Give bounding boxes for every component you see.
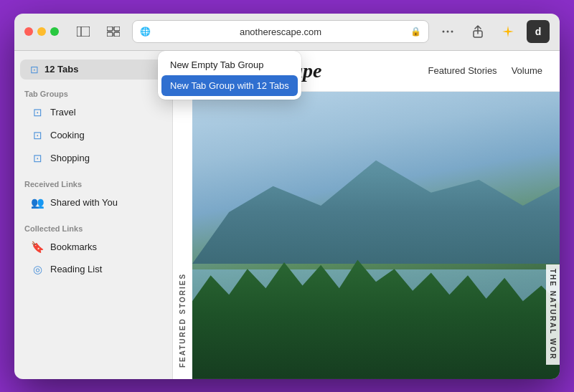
bookmark-icon: 🔖: [30, 241, 44, 254]
svg-rect-3: [114, 27, 120, 31]
sidebar-item-shopping[interactable]: ⊡ Shopping: [20, 148, 166, 169]
svg-point-7: [447, 31, 449, 33]
browser-window: 🌐 anotherescape.com 🔒 d: [14, 14, 560, 379]
side-label-right: THE NATURAL WOR: [546, 264, 560, 364]
sidebar-item-cooking-label: Cooking: [50, 130, 85, 140]
nav-volume[interactable]: Volume: [512, 65, 542, 76]
svg-point-8: [451, 31, 453, 33]
main-content: Another Escape Featured Stories Volume F…: [172, 51, 560, 379]
collected-links-section: Collected Links 🔖 Bookmarks ◎ Reading Li…: [14, 217, 172, 281]
share-button[interactable]: [466, 20, 489, 43]
globe-icon: 🌐: [140, 27, 151, 37]
sidebar-icon: [77, 27, 90, 37]
toolbar: 🌐 anotherescape.com 🔒 d: [14, 14, 560, 51]
url-text: anotherescape.com: [155, 27, 406, 37]
window-body: ⊡ 12 Tabs Tab Groups ⊡ Travel ⊡ Cooking …: [14, 51, 560, 379]
current-tabs-label: 12 Tabs: [44, 64, 78, 75]
shared-with-you-label: Shared with You: [50, 197, 118, 208]
content-area: FEATURED STORIES THE NATURAL WOR: [172, 92, 560, 379]
sidebar-item-travel-label: Travel: [50, 107, 76, 118]
traffic-lights: [24, 27, 59, 36]
featured-stories-label: FEATURED STORIES: [172, 92, 192, 379]
hero-mountain: [192, 135, 560, 264]
current-tabs-item[interactable]: ⊡ 12 Tabs: [20, 59, 166, 80]
sidebar-item-travel[interactable]: ⊡ Travel: [20, 102, 166, 123]
new-tab-group-with-tabs-item[interactable]: New Tab Group with 12 Tabs: [161, 75, 298, 96]
hero-forest: [192, 249, 560, 378]
svg-rect-5: [114, 32, 120, 37]
svg-rect-4: [107, 32, 113, 37]
close-button[interactable]: [24, 27, 33, 36]
more-icon: [442, 30, 453, 33]
hero-image: THE NATURAL WOR: [192, 92, 560, 379]
share-icon: [473, 25, 483, 38]
site-nav-links: Featured Stories Volume: [428, 65, 542, 76]
svg-rect-0: [77, 27, 90, 37]
sidebar-item-reading-list[interactable]: ◎ Reading List: [20, 259, 166, 280]
sidebar: ⊡ 12 Tabs Tab Groups ⊡ Travel ⊡ Cooking …: [14, 51, 172, 379]
more-options-button[interactable]: [436, 20, 459, 43]
fullscreen-button[interactable]: [50, 27, 59, 36]
bookmarks-label: Bookmarks: [50, 242, 97, 252]
reading-list-label: Reading List: [50, 264, 102, 274]
tab-groups-header: Tab Groups: [14, 82, 172, 101]
collected-links-header: Collected Links: [14, 217, 172, 236]
received-links-section: Received Links 👥 Shared with You: [14, 173, 172, 214]
tabs-icon: ⊡: [30, 64, 39, 75]
minimize-button[interactable]: [37, 27, 46, 36]
svg-point-6: [443, 31, 445, 33]
svg-rect-2: [107, 27, 113, 31]
tab-group-icon: ⊡: [30, 106, 44, 119]
tab-groups-button[interactable]: [102, 20, 125, 43]
tab-group-icon: ⊡: [30, 129, 44, 142]
sidebar-item-shopping-label: Shopping: [50, 153, 90, 163]
sidebar-item-shared-with-you[interactable]: 👥 Shared with You: [20, 192, 166, 214]
sidebar-item-bookmarks[interactable]: 🔖 Bookmarks: [20, 236, 166, 258]
reading-list-icon: ◎: [30, 263, 44, 276]
extensions-button[interactable]: d: [527, 20, 550, 43]
sidebar-item-cooking[interactable]: ⊡ Cooking: [20, 125, 166, 146]
shared-with-you-icon: 👥: [30, 196, 44, 209]
sidebar-toggle-button[interactable]: [72, 20, 95, 43]
new-empty-tab-group-item[interactable]: New Empty Tab Group: [161, 54, 298, 75]
lock-icon: 🔒: [410, 27, 421, 37]
sparkle-icon: [502, 25, 514, 38]
tab-groups-icon: [107, 27, 120, 37]
tab-group-icon: ⊡: [30, 152, 44, 165]
address-bar[interactable]: 🌐 anotherescape.com 🔒: [132, 20, 429, 43]
received-links-header: Received Links: [14, 173, 172, 191]
tab-group-dropdown: New Empty Tab Group New Tab Group with 1…: [158, 51, 301, 100]
nav-featured-stories[interactable]: Featured Stories: [428, 65, 497, 76]
sparkle-button[interactable]: [497, 20, 519, 43]
